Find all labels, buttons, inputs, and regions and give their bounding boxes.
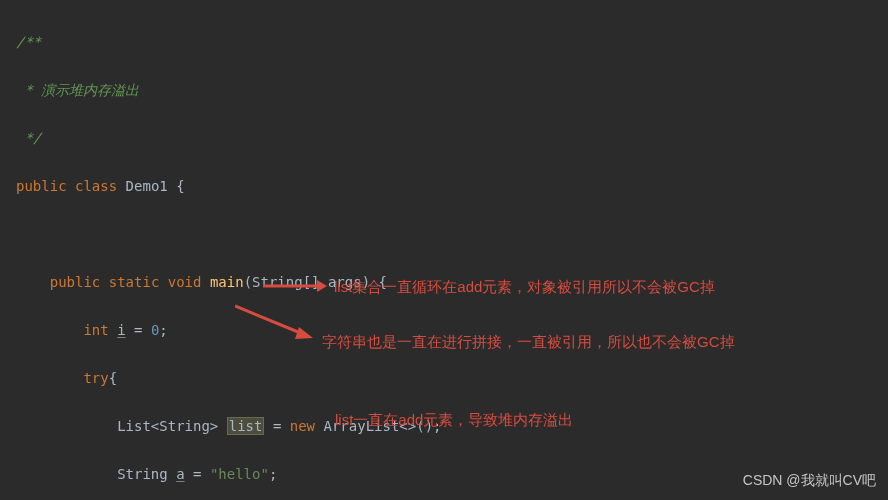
try-block: try{ (16, 366, 888, 390)
list-var-highlight: list (227, 417, 265, 435)
blank-line (16, 222, 888, 246)
comment-line: /** (16, 30, 888, 54)
annotation-1: list集合一直循环在add元素，对象被引用所以不会被GC掉 (334, 275, 715, 299)
class-declaration: public class Demo1 { (16, 174, 888, 198)
svg-marker-3 (295, 327, 313, 339)
arrow-2 (235, 302, 315, 342)
annotation-2: 字符串也是一直在进行拼接，一直被引用，所以也不会被GC掉 (322, 330, 735, 354)
arrow-1 (263, 278, 327, 294)
svg-line-2 (235, 306, 303, 334)
svg-marker-1 (317, 280, 327, 292)
comment-line: * 演示堆内存溢出 (16, 78, 888, 102)
watermark: CSDN @我就叫CV吧 (743, 468, 876, 492)
annotation-3: list一直在add元素，导致堆内存溢出 (335, 408, 573, 432)
comment-line: */ (16, 126, 888, 150)
